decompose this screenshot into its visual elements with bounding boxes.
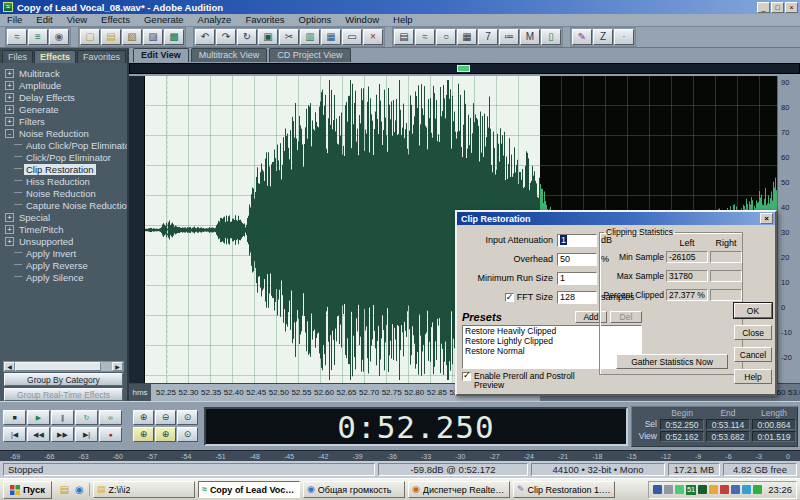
tray-icon-4[interactable] bbox=[698, 485, 707, 494]
toolbar-organizer-button[interactable]: ▤ bbox=[394, 29, 414, 45]
menu-favorites[interactable]: Favorites bbox=[238, 14, 291, 26]
play-looped-button[interactable]: ↻ bbox=[75, 410, 98, 425]
toolbar-mix-paste-button[interactable]: ▦ bbox=[321, 29, 341, 45]
zoom-to-selection-button[interactable]: ⊙ bbox=[177, 427, 198, 442]
fft-size-checkbox[interactable] bbox=[505, 293, 514, 302]
menu-analyze[interactable]: Analyze bbox=[191, 14, 239, 26]
tree-item-clip-restoration[interactable]: Clip Restoration bbox=[0, 163, 127, 175]
toolbar-save-all-button[interactable]: ▩ bbox=[164, 29, 184, 45]
tab-effects[interactable]: Effects bbox=[34, 50, 76, 63]
minimize-button[interactable]: _ bbox=[757, 2, 770, 13]
scroll-left-icon[interactable]: ◀ bbox=[4, 362, 15, 371]
tree-item-special[interactable]: +Special bbox=[0, 211, 127, 223]
expand-icon[interactable]: + bbox=[5, 225, 14, 234]
tray-icon-6[interactable] bbox=[720, 485, 729, 494]
zoom-in-left-button[interactable]: ⊕ bbox=[133, 427, 154, 442]
scrollbar-thumb[interactable] bbox=[15, 362, 101, 371]
tree-item-unsupported[interactable]: +Unsupported bbox=[0, 235, 127, 247]
task-z-i-i2[interactable]: ▤Z:\i\i2 bbox=[93, 481, 195, 498]
overview-bar[interactable] bbox=[129, 63, 800, 74]
tab-multitrack-view[interactable]: Multitrack View bbox=[191, 48, 267, 62]
tree-item-apply-reverse[interactable]: Apply Reverse bbox=[0, 259, 127, 271]
menu-window[interactable]: Window bbox=[338, 14, 386, 26]
menu-file[interactable]: File bbox=[0, 14, 29, 26]
menu-effects[interactable]: Effects bbox=[94, 14, 137, 26]
group-by-category-button[interactable]: Group By Category bbox=[4, 373, 123, 386]
tab-cd-project-view[interactable]: CD Project View bbox=[269, 48, 350, 62]
tree-item-click-pop-eliminator[interactable]: Click/Pop Eliminator bbox=[0, 151, 127, 163]
menu-view[interactable]: View bbox=[60, 14, 94, 26]
expand-icon[interactable]: + bbox=[5, 81, 14, 90]
cancel-button[interactable]: Cancel bbox=[734, 347, 772, 362]
toolbar-delete-button[interactable]: × bbox=[363, 29, 383, 45]
tree-item-generate[interactable]: +Generate bbox=[0, 103, 127, 115]
toolbar-save-file-button[interactable]: ▧ bbox=[122, 29, 142, 45]
menu-help[interactable]: Help bbox=[386, 14, 420, 26]
gather-statistics-button[interactable]: Gather Statistics Now bbox=[616, 354, 728, 369]
tray-icon-2[interactable] bbox=[675, 485, 684, 494]
toolbar-edit-view-button[interactable]: ≈ bbox=[7, 29, 27, 45]
expand-icon[interactable]: + bbox=[5, 237, 14, 246]
pause-button[interactable]: ∥ bbox=[51, 410, 74, 425]
tree-item-delay-effects[interactable]: +Delay Effects bbox=[0, 91, 127, 103]
overhead-field[interactable]: 50 bbox=[557, 253, 597, 266]
fast-forward-button[interactable]: ▶▶ bbox=[51, 427, 74, 442]
toolbar-scripts-button[interactable]: 7 bbox=[478, 29, 498, 45]
start-button[interactable]: Пуск bbox=[3, 481, 52, 499]
position-indicator[interactable] bbox=[457, 65, 470, 72]
play-button[interactable]: ▶ bbox=[27, 410, 50, 425]
time-display[interactable]: 0:52.250 bbox=[204, 407, 628, 446]
tree-item-apply-silence[interactable]: Apply Silence bbox=[0, 271, 127, 283]
toolbar-repeat-button[interactable]: ↻ bbox=[237, 29, 257, 45]
fft-size-field[interactable]: 128 bbox=[557, 291, 597, 304]
go-to-end-button[interactable]: ▶| bbox=[75, 427, 98, 442]
zoom-full-button[interactable]: ⊙ bbox=[177, 410, 198, 425]
toolbar-cue-list-button[interactable]: ≔ bbox=[499, 29, 519, 45]
tab-files[interactable]: Files bbox=[2, 50, 33, 63]
level-meter[interactable]: -69-66-63-60-57-54-51-48-45-42-39-36-33-… bbox=[0, 450, 800, 461]
expand-icon[interactable]: + bbox=[5, 117, 14, 126]
tray-icon-8[interactable] bbox=[742, 485, 751, 494]
toolbar-frequency-analysis-button[interactable]: ≈ bbox=[415, 29, 435, 45]
tree-item-hiss-reduction[interactable]: Hiss Reduction bbox=[0, 175, 127, 187]
toolbar-multitrack-view-button[interactable]: ≡ bbox=[28, 29, 48, 45]
tray-icon-0[interactable] bbox=[653, 485, 662, 494]
toolbar-marker-pencil-button[interactable]: ✎ bbox=[572, 29, 592, 45]
zoom-in-button[interactable]: ⊕ bbox=[133, 410, 154, 425]
toolbar-batch-button[interactable]: ▦ bbox=[457, 29, 477, 45]
maximize-button[interactable]: □ bbox=[771, 2, 784, 13]
tray-icon-5[interactable] bbox=[709, 485, 718, 494]
tray-icon-9[interactable] bbox=[753, 485, 762, 494]
close-button[interactable]: × bbox=[785, 2, 798, 13]
menu-edit[interactable]: Edit bbox=[29, 14, 59, 26]
tree-item-time-pitch[interactable]: +Time/Pitch bbox=[0, 223, 127, 235]
toolbar-undo-button[interactable]: ↶ bbox=[195, 29, 215, 45]
toolbar-redo-button[interactable]: ↷ bbox=[216, 29, 236, 45]
task-clip-restoration-1-bmp[interactable]: ✎Clip Restoration 1.bmp - ... bbox=[513, 481, 615, 498]
tray-icon-1[interactable] bbox=[664, 485, 673, 494]
tab-favorites[interactable]: Favorites bbox=[77, 50, 126, 63]
menu-options[interactable]: Options bbox=[292, 14, 339, 26]
zoom-in-right-button[interactable]: ⊕ bbox=[155, 427, 176, 442]
toolbar-group-waveform-button[interactable]: · bbox=[614, 29, 634, 45]
expand-icon[interactable]: + bbox=[5, 69, 14, 78]
expand-icon[interactable]: + bbox=[5, 213, 14, 222]
toolbar-zero-crossing-button[interactable]: Z bbox=[593, 29, 613, 45]
collapse-icon[interactable]: - bbox=[5, 129, 14, 138]
task-copy-of-lead-vocal-0[interactable]: ≈Copy of Lead Vocal_0... bbox=[198, 481, 300, 498]
toolbar-play-list-button[interactable]: M bbox=[520, 29, 540, 45]
record-button[interactable]: ● bbox=[99, 427, 122, 442]
go-to-beginning-button[interactable]: |◀ bbox=[3, 427, 26, 442]
tab-edit-view[interactable]: Edit View bbox=[133, 48, 189, 62]
tree-item-capture-noise-reduction-prof[interactable]: Capture Noise Reduction Prof bbox=[0, 199, 127, 211]
scroll-right-icon[interactable]: ▶ bbox=[112, 362, 123, 371]
help-button[interactable]: Help bbox=[734, 369, 772, 384]
ok-button[interactable]: OK bbox=[734, 303, 772, 318]
preroll-checkbox[interactable] bbox=[462, 372, 471, 381]
toolbar-trim-button[interactable]: ▭ bbox=[342, 29, 362, 45]
tree-item-noise-reduction[interactable]: Noise Reduction bbox=[0, 187, 127, 199]
group-real-time-effects-button[interactable]: Group Real-Time Effects bbox=[4, 388, 123, 401]
toolbar-cut-button[interactable]: ✂ bbox=[279, 29, 299, 45]
close-button[interactable]: Close bbox=[734, 325, 772, 340]
toolbar-open-file-button[interactable]: ▤ bbox=[101, 29, 121, 45]
